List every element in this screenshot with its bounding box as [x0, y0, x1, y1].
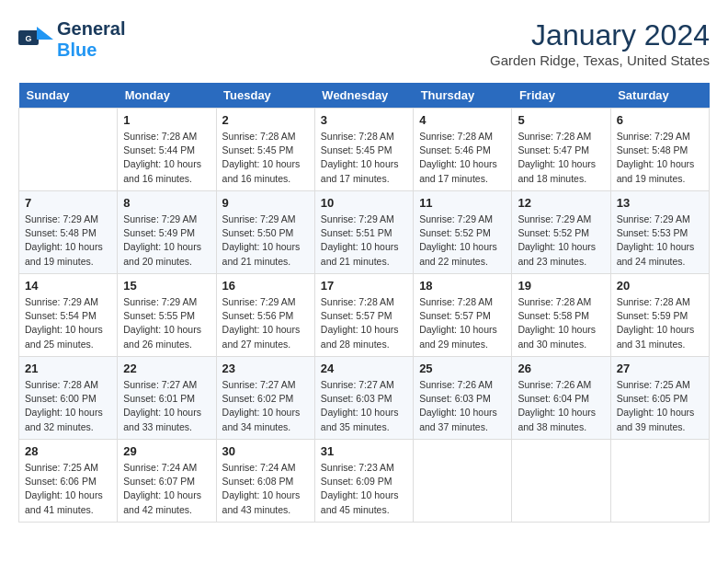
calendar-cell	[610, 440, 709, 523]
day-header-sunday: Sunday	[19, 83, 118, 109]
day-info: Sunrise: 7:27 AM Sunset: 6:01 PM Dayligh…	[123, 378, 210, 434]
logo-icon: G	[18, 27, 53, 52]
day-number: 29	[123, 444, 210, 458]
day-info: Sunrise: 7:27 AM Sunset: 6:02 PM Dayligh…	[222, 378, 309, 434]
calendar-header-row: SundayMondayTuesdayWednesdayThursdayFrid…	[19, 83, 710, 109]
calendar-table: SundayMondayTuesdayWednesdayThursdayFrid…	[18, 83, 710, 523]
day-info: Sunrise: 7:29 AM Sunset: 5:48 PM Dayligh…	[25, 213, 111, 269]
calendar-cell: 23Sunrise: 7:27 AM Sunset: 6:02 PM Dayli…	[216, 357, 314, 440]
calendar-cell: 4Sunrise: 7:28 AM Sunset: 5:46 PM Daylig…	[414, 109, 512, 191]
day-header-tuesday: Tuesday	[216, 83, 314, 109]
calendar-cell	[414, 440, 512, 523]
day-info: Sunrise: 7:29 AM Sunset: 5:53 PM Dayligh…	[617, 213, 703, 269]
calendar-week-row: 21Sunrise: 7:28 AM Sunset: 6:00 PM Dayli…	[19, 357, 710, 440]
calendar-cell: 26Sunrise: 7:26 AM Sunset: 6:04 PM Dayli…	[512, 357, 610, 440]
day-number: 11	[419, 196, 506, 210]
day-number: 3	[321, 113, 407, 127]
day-info: Sunrise: 7:25 AM Sunset: 6:05 PM Dayligh…	[617, 378, 703, 434]
day-header-monday: Monday	[118, 83, 216, 109]
calendar-cell: 8Sunrise: 7:29 AM Sunset: 5:49 PM Daylig…	[118, 191, 216, 274]
calendar-cell: 14Sunrise: 7:29 AM Sunset: 5:54 PM Dayli…	[19, 274, 118, 357]
day-number: 23	[222, 362, 309, 375]
day-info: Sunrise: 7:27 AM Sunset: 6:03 PM Dayligh…	[321, 378, 407, 434]
calendar-cell: 29Sunrise: 7:24 AM Sunset: 6:07 PM Dayli…	[118, 440, 216, 523]
calendar-cell: 3Sunrise: 7:28 AM Sunset: 5:45 PM Daylig…	[314, 109, 413, 191]
day-number: 4	[419, 113, 506, 127]
day-info: Sunrise: 7:26 AM Sunset: 6:03 PM Dayligh…	[419, 378, 506, 434]
calendar-cell: 6Sunrise: 7:29 AM Sunset: 5:48 PM Daylig…	[610, 109, 709, 191]
day-info: Sunrise: 7:28 AM Sunset: 5:45 PM Dayligh…	[222, 130, 309, 186]
calendar-cell: 22Sunrise: 7:27 AM Sunset: 6:01 PM Dayli…	[118, 357, 216, 440]
day-number: 28	[25, 444, 111, 458]
day-number: 2	[222, 113, 309, 127]
calendar-cell: 20Sunrise: 7:28 AM Sunset: 5:59 PM Dayli…	[610, 274, 709, 357]
calendar-week-row: 7Sunrise: 7:29 AM Sunset: 5:48 PM Daylig…	[19, 191, 710, 274]
calendar-cell: 12Sunrise: 7:29 AM Sunset: 5:52 PM Dayli…	[512, 191, 610, 274]
day-number: 25	[419, 362, 506, 375]
day-header-saturday: Saturday	[610, 83, 709, 109]
day-number: 18	[419, 279, 506, 293]
day-info: Sunrise: 7:29 AM Sunset: 5:52 PM Dayligh…	[419, 213, 506, 269]
calendar-cell: 15Sunrise: 7:29 AM Sunset: 5:55 PM Dayli…	[118, 274, 216, 357]
day-info: Sunrise: 7:28 AM Sunset: 5:57 PM Dayligh…	[419, 295, 506, 351]
day-info: Sunrise: 7:28 AM Sunset: 5:45 PM Dayligh…	[321, 130, 407, 186]
day-number: 27	[617, 362, 703, 375]
calendar-cell: 27Sunrise: 7:25 AM Sunset: 6:05 PM Dayli…	[610, 357, 709, 440]
calendar-cell: 19Sunrise: 7:28 AM Sunset: 5:58 PM Dayli…	[512, 274, 610, 357]
calendar-cell: 10Sunrise: 7:29 AM Sunset: 5:51 PM Dayli…	[314, 191, 413, 274]
calendar-week-row: 28Sunrise: 7:25 AM Sunset: 6:06 PM Dayli…	[19, 440, 710, 523]
day-info: Sunrise: 7:28 AM Sunset: 5:59 PM Dayligh…	[617, 295, 703, 351]
day-info: Sunrise: 7:29 AM Sunset: 5:50 PM Dayligh…	[222, 213, 309, 269]
day-info: Sunrise: 7:29 AM Sunset: 5:49 PM Dayligh…	[123, 213, 210, 269]
calendar-cell: 21Sunrise: 7:28 AM Sunset: 6:00 PM Dayli…	[19, 357, 118, 440]
calendar-cell: 13Sunrise: 7:29 AM Sunset: 5:53 PM Dayli…	[610, 191, 709, 274]
calendar-cell: 18Sunrise: 7:28 AM Sunset: 5:57 PM Dayli…	[414, 274, 512, 357]
location-subtitle: Garden Ridge, Texas, United States	[490, 52, 710, 68]
day-number: 8	[123, 196, 210, 210]
day-header-wednesday: Wednesday	[314, 83, 413, 109]
calendar-cell: 2Sunrise: 7:28 AM Sunset: 5:45 PM Daylig…	[216, 109, 314, 191]
day-info: Sunrise: 7:28 AM Sunset: 5:57 PM Dayligh…	[321, 295, 407, 351]
day-number: 26	[518, 362, 604, 375]
calendar-cell: 11Sunrise: 7:29 AM Sunset: 5:52 PM Dayli…	[414, 191, 512, 274]
page-header: G General Blue January 2024 Garden Ridge…	[18, 18, 710, 68]
day-info: Sunrise: 7:25 AM Sunset: 6:06 PM Dayligh…	[25, 461, 111, 517]
calendar-cell: 31Sunrise: 7:23 AM Sunset: 6:09 PM Dayli…	[314, 440, 413, 523]
day-info: Sunrise: 7:29 AM Sunset: 5:51 PM Dayligh…	[321, 213, 407, 269]
day-info: Sunrise: 7:23 AM Sunset: 6:09 PM Dayligh…	[321, 461, 407, 517]
title-section: January 2024 Garden Ridge, Texas, United…	[490, 18, 710, 68]
calendar-cell: 24Sunrise: 7:27 AM Sunset: 6:03 PM Dayli…	[314, 357, 413, 440]
day-header-friday: Friday	[512, 83, 610, 109]
day-info: Sunrise: 7:24 AM Sunset: 6:07 PM Dayligh…	[123, 461, 210, 517]
day-info: Sunrise: 7:29 AM Sunset: 5:56 PM Dayligh…	[222, 295, 309, 351]
day-number: 30	[222, 444, 309, 458]
day-number: 15	[123, 279, 210, 293]
day-number: 16	[222, 279, 309, 293]
calendar-week-row: 1Sunrise: 7:28 AM Sunset: 5:44 PM Daylig…	[19, 109, 710, 191]
day-info: Sunrise: 7:28 AM Sunset: 5:58 PM Dayligh…	[518, 295, 604, 351]
day-number: 22	[123, 362, 210, 375]
day-number: 19	[518, 279, 604, 293]
day-number: 21	[25, 362, 111, 375]
day-info: Sunrise: 7:29 AM Sunset: 5:55 PM Dayligh…	[123, 295, 210, 351]
month-year-title: January 2024	[490, 18, 710, 52]
calendar-cell: 1Sunrise: 7:28 AM Sunset: 5:44 PM Daylig…	[118, 109, 216, 191]
day-number: 9	[222, 196, 309, 210]
logo-text-blue: Blue	[57, 40, 97, 60]
calendar-cell: 25Sunrise: 7:26 AM Sunset: 6:03 PM Dayli…	[414, 357, 512, 440]
day-info: Sunrise: 7:24 AM Sunset: 6:08 PM Dayligh…	[222, 461, 309, 517]
day-number: 17	[321, 279, 407, 293]
calendar-cell: 17Sunrise: 7:28 AM Sunset: 5:57 PM Dayli…	[314, 274, 413, 357]
calendar-cell: 30Sunrise: 7:24 AM Sunset: 6:08 PM Dayli…	[216, 440, 314, 523]
day-number: 20	[617, 279, 703, 293]
day-number: 6	[617, 113, 703, 127]
day-number: 24	[321, 362, 407, 375]
calendar-cell: 28Sunrise: 7:25 AM Sunset: 6:06 PM Dayli…	[19, 440, 118, 523]
day-header-thursday: Thursday	[414, 83, 512, 109]
day-number: 7	[25, 196, 111, 210]
calendar-cell: 7Sunrise: 7:29 AM Sunset: 5:48 PM Daylig…	[19, 191, 118, 274]
day-info: Sunrise: 7:29 AM Sunset: 5:48 PM Dayligh…	[617, 130, 703, 186]
day-number: 14	[25, 279, 111, 293]
day-info: Sunrise: 7:29 AM Sunset: 5:54 PM Dayligh…	[25, 295, 111, 351]
logo: G General Blue	[18, 18, 125, 61]
